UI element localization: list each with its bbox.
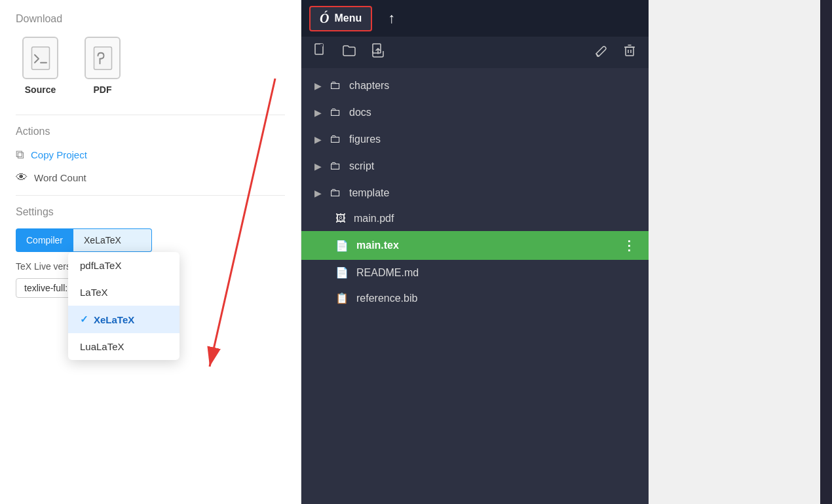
fm-title-bar: Ó Menu ↑	[301, 6, 649, 31]
file-maintex-name: main.tex	[356, 240, 615, 251]
dropdown-item-lualatex[interactable]: LuaLaTeX	[68, 333, 180, 360]
settings-title: Settings	[16, 206, 285, 218]
new-folder-button[interactable]	[339, 42, 359, 63]
chevron-icon: ▶	[314, 107, 322, 118]
fm-brand[interactable]: Ó Menu	[309, 6, 372, 31]
pdf-label: PDF	[94, 84, 112, 95]
dropdown-item-xelatex[interactable]: ✓ XeLaTeX	[68, 306, 180, 333]
tex-live-value: texlive-full:2	[24, 283, 73, 293]
upload-icon	[371, 43, 385, 58]
compiler-value[interactable]: XeLaTeX	[73, 228, 152, 252]
file-manager: Ó Menu ↑	[301, 0, 649, 504]
folder-script-name: script	[349, 160, 635, 172]
fm-folder-docs[interactable]: ▶ 🗀 docs	[301, 99, 649, 126]
up-button[interactable]: ↑	[383, 7, 400, 29]
download-source[interactable]: Source	[22, 37, 58, 95]
svg-rect-0	[31, 46, 49, 69]
new-folder-icon	[342, 43, 356, 58]
fm-folder-script[interactable]: ▶ 🗀 script	[301, 153, 649, 179]
image-file-icon: 🖼	[335, 213, 346, 225]
pdflatex-label: pdfLaTeX	[80, 260, 121, 271]
tex-file-icon: 📄	[335, 240, 349, 252]
dropdown-item-latex[interactable]: LaTeX	[68, 279, 180, 306]
folder-template-name: template	[349, 187, 635, 199]
dropdown-item-pdflatex[interactable]: pdfLaTeX	[68, 252, 180, 279]
chevron-icon: ▶	[314, 81, 322, 91]
brand-logo: Ó	[320, 11, 329, 26]
delete-icon	[622, 43, 637, 58]
new-file-button[interactable]	[311, 42, 330, 63]
fm-file-readme[interactable]: 📄 README.md	[301, 260, 649, 285]
word-count-action[interactable]: 👁 Word Count	[16, 171, 285, 185]
bib-file-icon: 📋	[335, 292, 349, 304]
new-file-icon	[313, 43, 328, 58]
fm-folder-figures[interactable]: ▶ 🗀 figures	[301, 126, 649, 153]
fm-file-reference[interactable]: 📋 reference.bib	[301, 285, 649, 311]
fm-file-maintex[interactable]: 📄 main.tex ⋮	[301, 231, 649, 260]
brand-text: Menu	[334, 12, 362, 24]
upload-button[interactable]	[368, 42, 388, 63]
compiler-label: Compiler	[16, 228, 73, 252]
source-icon-box	[22, 37, 58, 79]
lualatex-label: LuaLaTeX	[80, 341, 124, 352]
divider-2	[16, 195, 285, 196]
copy-icon: ⧉	[16, 148, 24, 162]
chevron-icon: ▶	[314, 134, 322, 145]
fm-file-list: ▶ 🗀 chapters ▶ 🗀 docs ▶ 🗀 figures ▶ 🗀 sc…	[301, 68, 649, 504]
pdf-icon-box	[85, 37, 121, 79]
check-icon: ✓	[80, 314, 88, 325]
delete-button[interactable]	[620, 42, 639, 63]
download-title: Download	[16, 13, 285, 25]
file-readme-name: README.md	[356, 267, 635, 279]
actions-title: Actions	[16, 126, 285, 137]
fm-toolbar-right	[591, 42, 639, 63]
pdf-icon	[93, 46, 113, 71]
svg-rect-8	[626, 47, 633, 56]
edit-button[interactable]	[591, 42, 611, 63]
download-icons: Source PDF	[16, 37, 285, 95]
fm-file-mainpdf[interactable]: 🖼 main.pdf	[301, 206, 649, 231]
compiler-row: Compiler XeLaTeX pdfLaTeX LaTeX ✓ XeLaTe…	[16, 228, 285, 252]
eye-icon: 👁	[16, 171, 28, 185]
folder-docs-name: docs	[349, 107, 635, 118]
copy-project-label: Copy Project	[31, 149, 87, 160]
source-icon	[31, 46, 50, 71]
fm-folder-template[interactable]: ▶ 🗀 template	[301, 179, 649, 206]
right-scrollbar[interactable]	[820, 0, 832, 504]
source-label: Source	[25, 84, 56, 95]
folder-chapters-name: chapters	[349, 80, 635, 92]
xelatex-label: XeLaTeX	[94, 314, 134, 325]
folder-icon: 🗀	[330, 132, 341, 146]
copy-project-action[interactable]: ⧉ Copy Project	[16, 148, 285, 162]
chevron-icon: ▶	[314, 188, 322, 198]
file-mainpdf-name: main.pdf	[354, 213, 635, 225]
latex-label: LaTeX	[80, 287, 108, 298]
fm-header: Ó Menu ↑	[301, 0, 649, 37]
more-options-button[interactable]: ⋮	[622, 238, 635, 253]
compiler-dropdown: pdfLaTeX LaTeX ✓ XeLaTeX LuaLaTeX	[68, 252, 180, 360]
fm-toolbar	[301, 37, 649, 68]
folder-figures-name: figures	[349, 134, 635, 145]
folder-icon: 🗀	[330, 105, 341, 119]
word-count-label: Word Count	[34, 172, 86, 183]
md-file-icon: 📄	[335, 266, 349, 279]
svg-rect-6	[320, 44, 323, 46]
edit-icon	[594, 43, 608, 58]
left-panel: Download Source PDF Actions	[0, 0, 301, 504]
folder-icon: 🗀	[330, 186, 341, 200]
download-pdf[interactable]: PDF	[85, 37, 121, 95]
folder-icon: 🗀	[330, 79, 341, 92]
fm-folder-chapters[interactable]: ▶ 🗀 chapters	[301, 72, 649, 99]
file-reference-name: reference.bib	[356, 293, 635, 304]
chevron-icon: ▶	[314, 161, 322, 171]
folder-icon: 🗀	[330, 159, 341, 173]
divider-1	[16, 115, 285, 115]
svg-rect-7	[373, 44, 381, 53]
